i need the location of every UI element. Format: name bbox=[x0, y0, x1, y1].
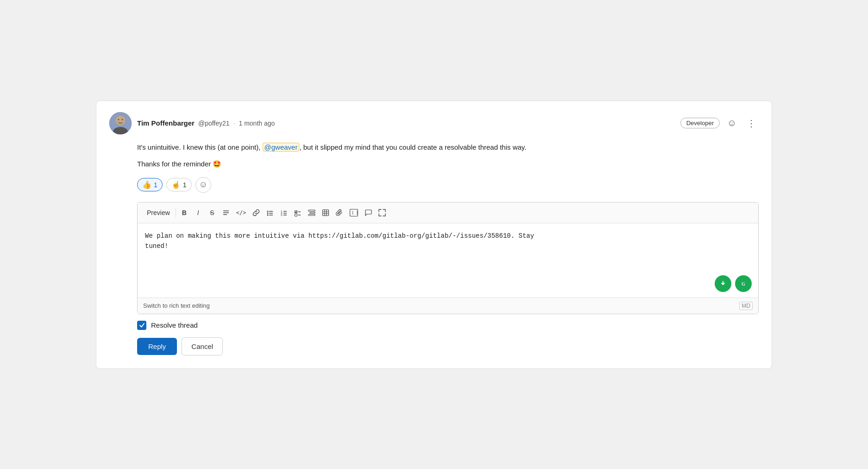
toolbar-italic[interactable]: I bbox=[192, 206, 205, 219]
suggest-button[interactable] bbox=[715, 275, 731, 292]
emoji-icon: ☺ bbox=[727, 118, 736, 128]
pointup-emoji: ☝️ bbox=[171, 180, 181, 189]
toolbar-table[interactable] bbox=[319, 206, 332, 219]
bold-label: B bbox=[182, 209, 187, 216]
comment-header: Tim Poffenbarger @poffey21 · 1 month ago… bbox=[109, 112, 759, 134]
add-reaction-icon: ☺ bbox=[199, 180, 207, 190]
svg-text:{ }: { } bbox=[352, 211, 358, 215]
reply-button[interactable]: Reply bbox=[137, 338, 177, 355]
developer-badge: Developer bbox=[680, 118, 720, 128]
text-before-mention: It's unintuitive. I knew this (at one po… bbox=[137, 143, 263, 151]
indent-icon bbox=[308, 209, 315, 216]
svg-point-3 bbox=[116, 116, 125, 125]
comment-icon bbox=[365, 209, 372, 216]
suggest-icon bbox=[719, 279, 727, 288]
pointup-count: 1 bbox=[183, 181, 187, 189]
task-list-icon bbox=[294, 209, 302, 216]
text-after-mention: , but it slipped my mind that you could … bbox=[299, 143, 526, 151]
user-info: Tim Poffenbarger @poffey21 · 1 month ago bbox=[137, 119, 275, 127]
italic-label: I bbox=[197, 209, 199, 216]
numbered-list-icon: 1. 2. 3. bbox=[280, 209, 288, 216]
fullscreen-icon bbox=[378, 209, 386, 216]
toolbar-attach[interactable] bbox=[333, 206, 346, 219]
comment-text-line2: Thanks for the reminder 🤩 bbox=[137, 158, 759, 170]
toolbar-preview[interactable]: Preview bbox=[143, 207, 174, 218]
author-handle: @poffey21 bbox=[198, 120, 230, 127]
toolbar-numbered-list[interactable]: 1. 2. 3. bbox=[277, 206, 290, 219]
toolbar-indent[interactable] bbox=[305, 206, 318, 219]
toolbar-code-inline[interactable]: </> bbox=[233, 206, 249, 219]
thumbsup-count: 1 bbox=[154, 181, 157, 189]
separator-dot: · bbox=[233, 120, 235, 127]
cancel-button[interactable]: Cancel bbox=[182, 337, 223, 355]
code-block-icon: { } bbox=[350, 209, 358, 216]
editor-body[interactable]: We plan on making this more intuitive vi… bbox=[138, 223, 758, 298]
heading-icon bbox=[222, 209, 230, 216]
editor-actions: G bbox=[715, 275, 752, 292]
comment-text-line1: It's unintuitive. I knew this (at one po… bbox=[137, 142, 759, 153]
timestamp: 1 month ago bbox=[239, 120, 275, 127]
toolbar-strikethrough[interactable]: S bbox=[206, 206, 219, 219]
toolbar-bullet-list[interactable] bbox=[264, 206, 277, 219]
toolbar-heading[interactable] bbox=[220, 206, 233, 219]
editor-footer: Switch to rich text editing MD bbox=[138, 298, 758, 314]
comment-header-right: Developer ☺ ⋮ bbox=[680, 116, 759, 131]
table-icon bbox=[322, 209, 329, 216]
checkmark-icon bbox=[139, 322, 145, 328]
editor-content[interactable]: We plan on making this more intuitive vi… bbox=[145, 231, 751, 252]
resolve-row: Resolve thread bbox=[137, 321, 759, 330]
svg-rect-27 bbox=[308, 214, 315, 215]
svg-point-9 bbox=[267, 210, 269, 212]
svg-point-4 bbox=[118, 119, 120, 120]
svg-rect-26 bbox=[310, 212, 315, 214]
svg-text:3.: 3. bbox=[281, 214, 283, 216]
mention[interactable]: @gweaver bbox=[263, 143, 300, 152]
bullet-list-icon bbox=[266, 209, 274, 216]
svg-point-11 bbox=[267, 214, 269, 215]
action-buttons: Reply Cancel bbox=[137, 337, 759, 355]
markdown-icon: MD bbox=[739, 302, 753, 310]
link-icon bbox=[252, 209, 260, 216]
grammar-button[interactable]: G bbox=[735, 275, 752, 292]
more-options-button[interactable]: ⋮ bbox=[744, 116, 759, 131]
more-icon: ⋮ bbox=[747, 118, 756, 129]
switch-editing-label[interactable]: Switch to rich text editing bbox=[143, 302, 210, 309]
pointup-reaction[interactable]: ☝️ 1 bbox=[166, 178, 192, 191]
add-reaction-button[interactable]: ☺ bbox=[195, 177, 211, 193]
reactions-row: 👍 1 ☝️ 1 ☺ bbox=[137, 177, 759, 193]
editor-container: Preview B I S </> bbox=[137, 202, 759, 314]
comment-header-left: Tim Poffenbarger @poffey21 · 1 month ago bbox=[109, 112, 275, 134]
thumbsup-reaction[interactable]: 👍 1 bbox=[137, 178, 163, 191]
comment-card: Tim Poffenbarger @poffey21 · 1 month ago… bbox=[96, 101, 772, 369]
attach-icon bbox=[336, 209, 343, 216]
toolbar-task-list[interactable] bbox=[291, 206, 304, 219]
toolbar-comment[interactable] bbox=[362, 206, 375, 219]
toolbar-bold[interactable]: B bbox=[178, 206, 191, 219]
thumbsup-emoji: 👍 bbox=[142, 180, 151, 189]
grammar-icon: G bbox=[739, 279, 748, 288]
editor-toolbar: Preview B I S </> bbox=[138, 203, 758, 223]
toolbar-code-block[interactable]: { } bbox=[347, 206, 361, 219]
svg-rect-23 bbox=[295, 214, 297, 216]
comment-body: It's unintuitive. I knew this (at one po… bbox=[137, 142, 759, 355]
svg-rect-25 bbox=[308, 210, 315, 211]
emoji-button[interactable]: ☺ bbox=[724, 116, 739, 131]
avatar bbox=[109, 112, 132, 134]
svg-text:G: G bbox=[742, 281, 745, 286]
resolve-checkbox[interactable] bbox=[137, 321, 146, 330]
toolbar-fullscreen[interactable] bbox=[376, 206, 389, 219]
svg-rect-28 bbox=[323, 209, 329, 215]
author-name: Tim Poffenbarger bbox=[137, 119, 195, 127]
resolve-label: Resolve thread bbox=[151, 321, 198, 329]
toolbar-link[interactable] bbox=[250, 206, 263, 219]
svg-point-5 bbox=[122, 119, 123, 120]
toolbar-sep-1 bbox=[176, 208, 176, 217]
svg-point-10 bbox=[267, 212, 269, 214]
